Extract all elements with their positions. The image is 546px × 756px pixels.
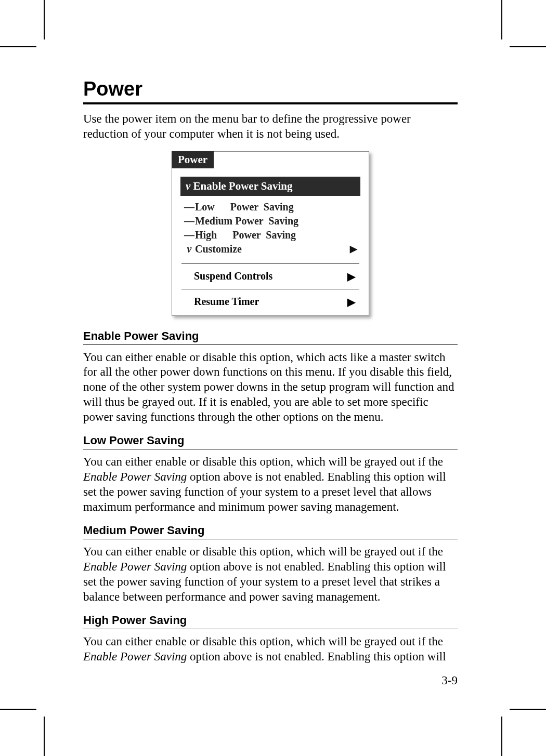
page-content: Power Use the power item on the menu bar… [83,78,458,687]
text-span: option above is not enabled. Enabling th… [187,650,446,663]
intro-text: Use the power item on the menu bar to de… [83,112,458,142]
menu-item-medium: —Medium Power Saving [184,214,357,228]
section-text: You can either enable or disable this op… [83,545,458,604]
menu-item-customize: νCustomize ▶ [184,242,357,256]
menu-body: ν Enable Power Saving —Low Power Saving … [172,168,369,315]
italic-term: Enable Power Saving [83,470,187,483]
section-heading: Low Power Saving [83,434,458,449]
crop-mark [44,717,45,756]
menu-item-label: Medium Power Saving [195,215,298,227]
text-span: You can either enable or disable this op… [83,635,443,648]
section-heading: High Power Saving [83,614,458,629]
menu-item-resume: Resume Timer ▶ [178,293,362,311]
menu-tab: Power [172,151,214,168]
menu-item-label: High Power Saving [195,229,296,241]
page-title: Power [83,78,458,104]
section-text: You can either enable or disable this op… [83,634,458,665]
menu-header: ν Enable Power Saving [180,177,360,196]
section-heading: Medium Power Saving [83,524,458,539]
text-span: You can either enable or disable this op… [83,545,443,558]
dash-icon: — [184,215,195,227]
text-span: You can either enable or disable this op… [83,455,443,468]
menu-divider [181,289,359,289]
dash-icon: — [184,201,195,213]
crop-mark [510,46,546,47]
menu-item-label: Low Power Saving [195,201,294,213]
section-heading: Enable Power Saving [83,329,458,345]
check-icon: ν [186,180,190,192]
crop-mark [510,709,546,710]
menu-item-suspend: Suspend Controls ▶ [178,267,362,286]
menu-divider [181,263,359,264]
arrow-icon: ▶ [350,243,357,255]
menu-item-label: Suspend Controls [194,270,272,282]
crop-mark [501,0,502,39]
dash-icon: — [184,229,195,241]
menu-figure: Power ν Enable Power Saving —Low Power S… [83,151,458,316]
menu-section-presets: —Low Power Saving —Medium Power Saving —… [178,200,362,260]
crop-mark [44,0,45,39]
italic-term: Enable Power Saving [83,650,187,663]
italic-term: Enable Power Saving [83,560,187,573]
crop-mark [0,709,36,710]
menu-item-low: —Low Power Saving [184,200,357,214]
crop-mark [501,717,502,756]
crop-mark [0,46,36,47]
page-number: 3-9 [83,674,458,687]
arrow-icon: ▶ [347,270,355,283]
menu-item-label: Resume Timer [194,296,259,308]
section-text: You can either enable or disable this op… [83,350,458,425]
arrow-icon: ▶ [347,296,355,308]
menu-item-label: Customize [195,243,242,255]
menu-item-high: —High Power Saving [184,228,357,242]
power-menu: Power ν Enable Power Saving —Low Power S… [172,151,369,316]
menu-header-label: Enable Power Saving [193,180,293,192]
section-text: You can either enable or disable this op… [83,455,458,514]
check-icon: ν [184,243,195,255]
